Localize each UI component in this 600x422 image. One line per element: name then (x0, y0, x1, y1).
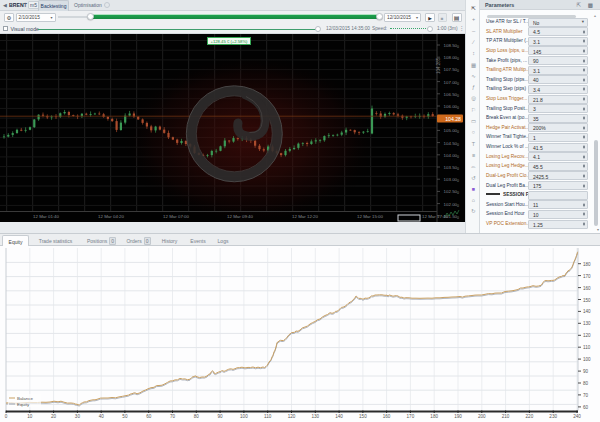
svg-text:100: 100 (240, 414, 248, 419)
svg-text:Balance: Balance (17, 396, 33, 401)
svg-text:160: 160 (583, 286, 591, 291)
svg-text:210: 210 (502, 414, 510, 419)
svg-text:80: 80 (583, 381, 589, 386)
svg-text:90: 90 (583, 369, 589, 374)
svg-text:40: 40 (99, 414, 105, 419)
svg-text:180: 180 (583, 262, 591, 267)
svg-text:80: 80 (194, 414, 200, 419)
svg-text:10: 10 (27, 414, 33, 419)
svg-text:50: 50 (122, 414, 128, 419)
svg-text:110: 110 (264, 414, 272, 419)
svg-text:140: 140 (583, 309, 591, 314)
svg-text:30: 30 (75, 414, 81, 419)
svg-text:70: 70 (583, 393, 589, 398)
svg-text:120: 120 (288, 414, 296, 419)
svg-text:12 Mar 12:20: 12 Mar 12:20 (292, 214, 318, 219)
svg-text:150: 150 (359, 414, 367, 419)
svg-text:160: 160 (383, 414, 391, 419)
svg-text:130: 130 (311, 414, 319, 419)
svg-text:200: 200 (478, 414, 486, 419)
svg-text:240: 240 (573, 414, 581, 419)
svg-text:140: 140 (335, 414, 343, 419)
svg-text:20: 20 (51, 414, 57, 419)
svg-text:60: 60 (583, 405, 589, 410)
svg-text:12 Mar 07:00: 12 Mar 07:00 (163, 214, 189, 219)
svg-text:12 Mar 01:40: 12 Mar 01:40 (33, 214, 59, 219)
svg-text:12 Mar 17:40: 12 Mar 17:40 (422, 214, 448, 219)
svg-text:110: 110 (583, 345, 591, 350)
svg-text:90: 90 (218, 414, 224, 419)
svg-text:230: 230 (549, 414, 557, 419)
svg-text:180: 180 (430, 414, 438, 419)
svg-text:170: 170 (407, 414, 415, 419)
svg-text:150: 150 (583, 298, 591, 303)
svg-text:60: 60 (146, 414, 152, 419)
svg-text:70: 70 (170, 414, 176, 419)
svg-text:104.28: 104.28 (445, 116, 461, 122)
svg-text:170: 170 (583, 274, 591, 279)
svg-text:190: 190 (454, 414, 462, 419)
svg-text:104.285: 104.285 (436, 57, 441, 74)
svg-text:12 Mar 15:00: 12 Mar 15:00 (357, 214, 383, 219)
svg-text:220: 220 (526, 414, 534, 419)
svg-text:100: 100 (583, 357, 591, 362)
svg-text:120: 120 (583, 333, 591, 338)
svg-text:Equity: Equity (17, 402, 30, 407)
svg-text:130: 130 (583, 321, 591, 326)
svg-text:12 Mar 09:40: 12 Mar 09:40 (227, 214, 253, 219)
svg-text:0: 0 (5, 414, 8, 419)
svg-text:12 Mar 04:20: 12 Mar 04:20 (98, 214, 124, 219)
